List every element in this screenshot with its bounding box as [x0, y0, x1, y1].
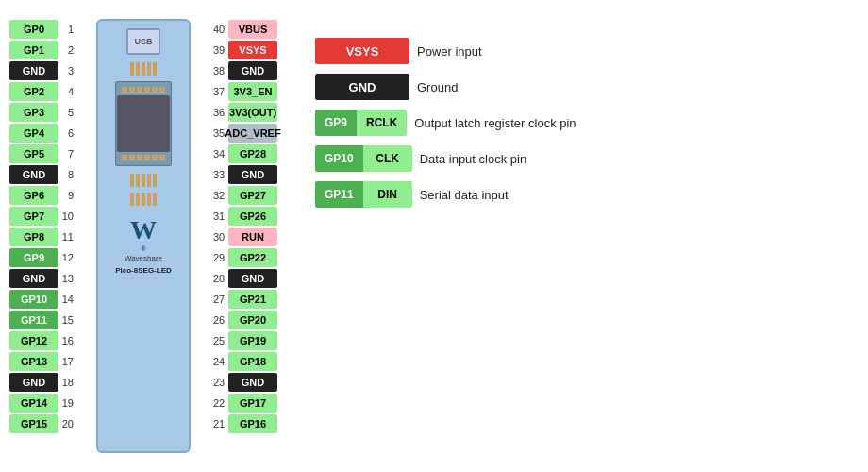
- right-pin-row: 21GP16: [209, 413, 277, 434]
- pin-number: 25: [209, 335, 228, 346]
- pin-label: GND: [228, 61, 277, 80]
- pin-label: GP0: [9, 20, 58, 39]
- pin-label: GP7: [9, 207, 58, 226]
- pin-label: GND: [228, 165, 277, 184]
- pin-label: GP6: [9, 186, 58, 205]
- legend-pair: GP9RCLK: [315, 110, 407, 136]
- right-pin-row: 23GND: [209, 372, 277, 393]
- pin-number: 26: [209, 314, 228, 326]
- legend-box-gp: GP10: [315, 145, 363, 172]
- left-pin-row: GND3: [9, 60, 77, 81]
- pin-label: GP1: [9, 41, 58, 59]
- pin-label: GP10: [9, 290, 58, 309]
- pin-label: GP27: [228, 186, 277, 205]
- left-pin-row: GP1317: [9, 351, 77, 372]
- right-pin-row: 33GND: [209, 164, 277, 185]
- legend-description: Data input clock pin: [420, 152, 526, 166]
- pin-number: 30: [209, 231, 228, 243]
- pin-number: 24: [209, 356, 228, 367]
- pin-number: 38: [209, 65, 228, 76]
- pin-number: 21: [209, 418, 228, 430]
- pin-label: GP2: [9, 82, 58, 101]
- legend-description: Output latch register clock pin: [414, 116, 576, 130]
- legend-box: VSYS: [315, 38, 409, 64]
- pin-number: 6: [58, 127, 77, 139]
- pin-label: RUN: [228, 228, 277, 246]
- pin-number: 1: [58, 24, 77, 35]
- pin-label: GND: [9, 165, 58, 184]
- right-pin-row: 32GP27: [209, 185, 277, 206]
- pin-label: GP21: [228, 290, 277, 309]
- legend-row: GP10CLKData input clock pin: [315, 145, 576, 172]
- left-pin-row: GP1216: [9, 330, 77, 351]
- legend-description: Serial data input: [420, 188, 509, 202]
- pin-number: 8: [58, 169, 77, 180]
- left-pin-row: GP811: [9, 227, 77, 247]
- pin-label: VSYS: [228, 41, 277, 59]
- legend-box: GND: [315, 74, 409, 100]
- pin-number: 31: [209, 211, 228, 222]
- right-pin-row: 373V3_EN: [209, 81, 277, 102]
- pin-label: GP20: [228, 311, 277, 329]
- pin-number: 4: [58, 86, 77, 97]
- board-brand: Waveshare: [125, 254, 162, 262]
- right-pin-row: 28GND: [209, 268, 277, 289]
- left-pin-row: GP35: [9, 102, 77, 123]
- pin-label: GP5: [9, 144, 58, 163]
- pin-number: 29: [209, 252, 228, 263]
- pin-number: 39: [209, 44, 228, 56]
- main-container: GP01GP12GND3GP24GP35GP46GP57GND8GP69GP71…: [9, 19, 576, 453]
- board-logo: W ®: [130, 215, 157, 252]
- pin-label: GND: [228, 373, 277, 392]
- pin-label: GP13: [9, 352, 58, 371]
- left-pin-row: GP1419: [9, 393, 77, 413]
- right-pin-row: 26GP20: [209, 310, 277, 330]
- right-pin-row: 25GP19: [209, 330, 277, 351]
- legend-description: Ground: [417, 80, 458, 94]
- legend: VSYSPower inputGNDGroundGP9RCLKOutput la…: [315, 19, 576, 208]
- pin-label: GND: [9, 61, 58, 80]
- pin-label: GP15: [9, 414, 58, 433]
- pin-label: GP8: [9, 228, 58, 246]
- pin-number: 36: [209, 107, 228, 118]
- pin-number: 13: [58, 273, 77, 284]
- left-pin-row: GP12: [9, 40, 77, 60]
- pin-number: 34: [209, 148, 228, 160]
- pin-label: GP19: [228, 331, 277, 350]
- pin-label: GP28: [228, 144, 277, 163]
- pin-label: GND: [9, 269, 58, 288]
- left-pin-row: GP69: [9, 185, 77, 206]
- pin-number: 28: [209, 273, 228, 284]
- left-pin-row: GP710: [9, 206, 77, 227]
- pin-label: ADC_VREF: [228, 124, 277, 143]
- pin-number: 17: [58, 356, 77, 367]
- legend-pair: GP11DIN: [315, 181, 412, 208]
- right-pin-row: 38GND: [209, 60, 277, 81]
- legend-row: VSYSPower input: [315, 38, 576, 64]
- pin-label: GND: [9, 373, 58, 392]
- pin-number: 23: [209, 377, 228, 388]
- main-chip: [115, 81, 172, 166]
- right-pin-row: 22GP17: [209, 393, 277, 413]
- pin-number: 7: [58, 148, 77, 160]
- legend-box-gp: GP9: [315, 110, 357, 136]
- pin-number: 19: [58, 397, 77, 409]
- pin-label: GP12: [9, 331, 58, 350]
- left-pin-row: GP46: [9, 123, 77, 143]
- left-pin-row: GP24: [9, 81, 77, 102]
- legend-row: GNDGround: [315, 74, 576, 100]
- pin-number: 5: [58, 107, 77, 118]
- pin-number: 22: [209, 397, 228, 409]
- pin-number: 9: [58, 190, 77, 201]
- legend-description: Power input: [417, 44, 482, 59]
- pin-number: 3: [58, 65, 77, 76]
- pin-label: GP14: [9, 394, 58, 413]
- legend-box-gp: GP11: [315, 181, 363, 208]
- pin-number: 37: [209, 86, 228, 97]
- usb-connector: USB: [126, 28, 160, 55]
- pin-label: GP26: [228, 207, 277, 226]
- right-pin-row: 30RUN: [209, 227, 277, 247]
- left-pin-row: GP1520: [9, 413, 77, 434]
- pin-label: GP18: [228, 352, 277, 371]
- right-pin-column: 40VBUS39VSYS38GND373V3_EN363V3(OUT)35ADC…: [209, 19, 277, 434]
